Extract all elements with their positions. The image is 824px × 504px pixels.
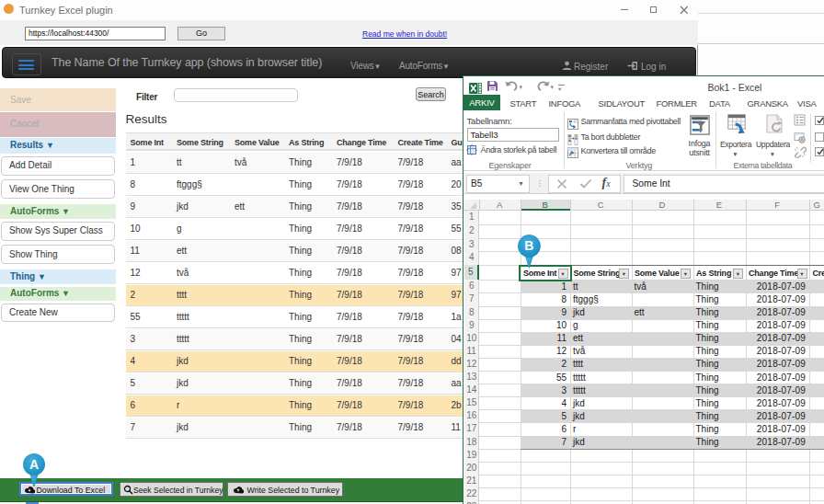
svg-text:B: B (524, 238, 533, 253)
svg-text:A: A (29, 457, 39, 472)
